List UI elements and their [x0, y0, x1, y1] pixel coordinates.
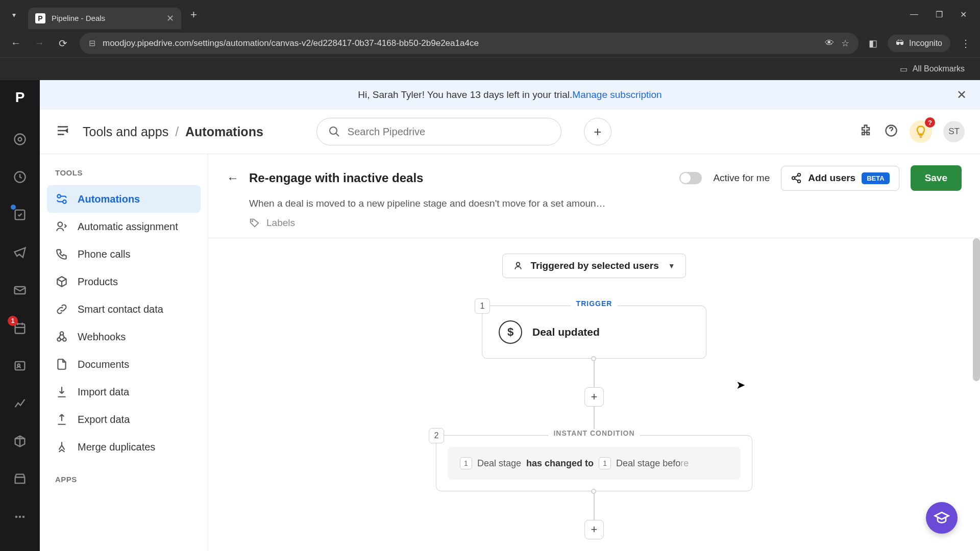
eye-off-icon[interactable]: 👁 — [825, 38, 834, 48]
browser-tab-bar: ▾ P Pipeline - Deals ✕ + — ❐ ✕ — [0, 0, 980, 29]
sidebar-item-automations[interactable]: Automations — [47, 185, 201, 213]
user-avatar[interactable]: ST — [943, 121, 965, 142]
svg-point-20 — [792, 177, 795, 180]
sidebar-item-label: Products — [78, 276, 118, 288]
sidebar-item-documents[interactable]: Documents — [47, 350, 201, 378]
rail-activities-icon[interactable]: 1 — [10, 318, 30, 338]
bookmark-star-icon[interactable]: ☆ — [841, 38, 849, 49]
condition-field: Deal stage — [477, 458, 521, 469]
tab-close-icon[interactable]: ✕ — [166, 13, 174, 24]
rail-projects-icon[interactable] — [10, 205, 30, 225]
breadcrumb: Tools and apps / Automations — [83, 124, 263, 139]
sidebar-item-export-data[interactable]: Export data — [47, 406, 201, 433]
save-button[interactable]: Save — [911, 165, 962, 191]
app-icon-rail: P 1 — [0, 80, 40, 551]
scrollbar[interactable] — [973, 238, 980, 381]
incognito-icon: 🕶 — [896, 39, 904, 48]
tab-title: Pipeline - Deals — [52, 14, 160, 22]
sidebar-section-tools: TOOLS — [55, 168, 192, 177]
add-users-button[interactable]: Add users BETA — [781, 166, 899, 191]
rail-campaigns-icon[interactable] — [10, 242, 30, 263]
svg-point-15 — [58, 222, 62, 227]
tips-badge: ? — [925, 117, 935, 128]
automation-canvas[interactable]: Triggered by selected users ▼ 1 TRIGGER … — [208, 238, 980, 551]
svg-point-1 — [18, 138, 22, 141]
rail-contacts-icon[interactable] — [10, 356, 30, 376]
site-settings-icon[interactable]: ⊟ — [89, 38, 95, 48]
incognito-indicator[interactable]: 🕶 Incognito — [888, 35, 950, 52]
browser-menu-icon[interactable]: ⋮ — [961, 37, 971, 49]
triggered-by-dropdown[interactable]: Triggered by selected users ▼ — [502, 254, 685, 278]
merge-icon — [55, 440, 68, 454]
quick-add-button[interactable]: + — [584, 118, 611, 145]
global-search[interactable] — [316, 118, 561, 145]
svg-point-0 — [15, 134, 26, 145]
banner-close-icon[interactable]: ✕ — [957, 88, 967, 102]
add-step-button[interactable]: + — [584, 520, 604, 539]
rail-insights-icon[interactable] — [10, 393, 30, 414]
app-logo[interactable]: P — [15, 89, 25, 106]
sidebar-item-merge-duplicates[interactable]: Merge duplicates — [47, 433, 201, 461]
extensions-icon[interactable] — [859, 123, 873, 140]
condition-node[interactable]: 2 INSTANT CONDITION 1 Deal stage has cha… — [436, 435, 752, 491]
sidebar-item-label: Automations — [78, 193, 140, 205]
rail-marketplace-icon[interactable] — [10, 469, 30, 489]
automation-description[interactable]: When a deal is moved to a new pipeline s… — [249, 198, 962, 209]
sidebar-item-webhooks[interactable]: Webhooks — [47, 323, 201, 350]
condition-ref-badge: 1 — [599, 457, 611, 469]
svg-point-14 — [63, 200, 66, 204]
folder-icon: ▭ — [900, 64, 908, 74]
svg-point-19 — [798, 173, 801, 177]
rail-notification-dot — [11, 205, 16, 210]
breadcrumb-root[interactable]: Tools and apps — [83, 124, 168, 139]
rail-deals-icon[interactable] — [10, 167, 30, 187]
nav-reload-icon[interactable]: ⟳ — [56, 37, 69, 49]
sidebar-item-label: Webhooks — [78, 331, 126, 343]
condition-operator: has changed to — [526, 458, 594, 469]
condition-field: Deal stage before — [616, 458, 689, 469]
all-bookmarks-button[interactable]: ▭ All Bookmarks — [900, 64, 965, 74]
manage-subscription-link[interactable]: Manage subscription — [572, 89, 662, 101]
automation-title[interactable]: Re-engage with inactive deals — [249, 171, 423, 185]
connector-line — [594, 359, 595, 387]
back-arrow-icon[interactable]: ← — [227, 171, 239, 185]
tab-search-dropdown[interactable]: ▾ — [0, 5, 28, 25]
sidebar-item-label: Phone calls — [78, 248, 130, 260]
sidebar-item-smart-contact-data[interactable]: Smart contact data — [47, 295, 201, 323]
nav-back-icon[interactable]: ← — [9, 37, 22, 49]
minimize-icon[interactable]: — — [910, 10, 918, 19]
add-step-button[interactable]: + — [584, 387, 604, 407]
trigger-node[interactable]: 1 TRIGGER $ Deal updated — [482, 306, 706, 359]
svg-point-10 — [22, 516, 25, 518]
active-toggle[interactable] — [679, 172, 702, 184]
tips-button[interactable]: ? — [910, 120, 932, 143]
node-number: 1 — [475, 298, 490, 314]
sidebar-item-automatic-assignment[interactable]: Automatic assignment — [47, 213, 201, 240]
chevron-down-icon: ▼ — [668, 262, 675, 270]
sidebar-item-phone-calls[interactable]: Phone calls — [47, 240, 201, 268]
deal-icon: $ — [499, 320, 522, 344]
rail-products-icon[interactable] — [10, 431, 30, 452]
condition-expression: 1 Deal stage has changed to 1 Deal stage… — [448, 447, 741, 480]
sidebar-item-import-data[interactable]: Import data — [47, 378, 201, 406]
rail-mail-icon[interactable] — [10, 280, 30, 300]
sidebar-item-products[interactable]: Products — [47, 268, 201, 295]
new-tab-button[interactable]: + — [190, 8, 197, 21]
close-window-icon[interactable]: ✕ — [960, 10, 967, 19]
rail-leads-icon[interactable] — [10, 129, 30, 149]
help-icon[interactable] — [884, 123, 898, 140]
labels-button[interactable]: Labels — [249, 217, 962, 229]
maximize-icon[interactable]: ❐ — [936, 10, 943, 19]
side-panel-icon[interactable]: ◧ — [869, 38, 877, 49]
help-fab-button[interactable] — [926, 502, 958, 534]
search-icon — [328, 126, 340, 138]
url-bar[interactable]: ⊟ moodjoy.pipedrive.com/settings/automat… — [80, 33, 859, 54]
search-input[interactable] — [348, 126, 550, 138]
user-icon — [513, 261, 523, 271]
condition-ref-badge: 1 — [460, 457, 472, 469]
connector-line — [594, 491, 595, 520]
tab-favicon: P — [35, 13, 45, 23]
sidebar-toggle-icon[interactable] — [55, 123, 70, 140]
rail-more-icon[interactable] — [10, 507, 30, 527]
browser-tab[interactable]: P Pipeline - Deals ✕ — [28, 8, 181, 29]
